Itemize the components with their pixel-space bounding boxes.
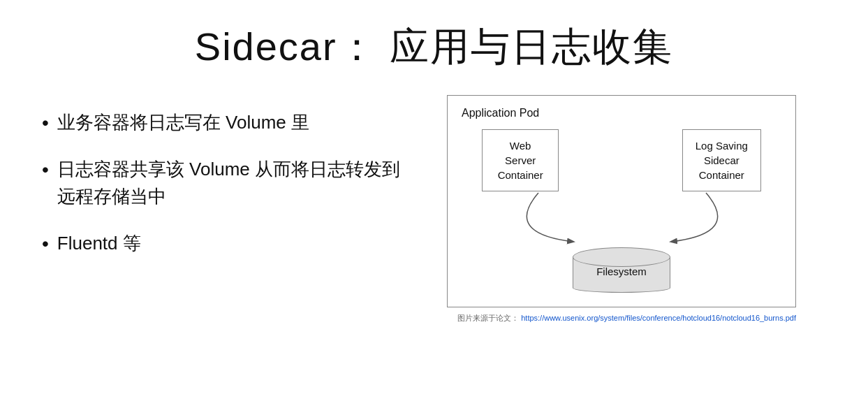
filesystem-area: Filesystem <box>462 247 781 293</box>
page-title: Sidecar： 应用与日志收集 <box>42 21 826 74</box>
arrows-diagram <box>462 191 783 247</box>
filesystem-label: Filesystem <box>596 265 647 277</box>
containers-row: WebServerContainer Log SavingSidecarCont… <box>462 129 781 191</box>
diagram-area: Application Pod WebServerContainer Log S… <box>433 95 796 323</box>
source-note: 图片来源于论文： https://www.usenix.org/system/f… <box>447 313 796 323</box>
list-item: • 日志容器共享该 Volume 从而将日志转发到远程存储当中 <box>42 156 405 210</box>
list-item: • Fluentd 等 <box>42 230 405 257</box>
list-item: • 业务容器将日志写在 Volume 里 <box>42 109 405 136</box>
content-area: • 业务容器将日志写在 Volume 里 • 日志容器共享该 Volume 从而… <box>42 95 826 401</box>
diagram-wrapper: Application Pod WebServerContainer Log S… <box>447 95 796 307</box>
web-server-container-box: WebServerContainer <box>482 129 559 191</box>
source-note-link[interactable]: https://www.usenix.org/system/files/conf… <box>521 314 796 322</box>
bullet-list: • 业务容器将日志写在 Volume 里 • 日志容器共享该 Volume 从而… <box>42 95 405 257</box>
log-saving-container-box: Log SavingSidecarContainer <box>682 129 761 191</box>
bullet-text-1: 业务容器将日志写在 Volume 里 <box>57 109 309 136</box>
bullet-text-2: 日志容器共享该 Volume 从而将日志转发到远程存储当中 <box>57 156 405 210</box>
bullet-dot-1: • <box>42 109 49 136</box>
bullet-dot-3: • <box>42 230 49 257</box>
bullet-dot-2: • <box>42 156 49 183</box>
bullet-text-3: Fluentd 等 <box>57 230 141 257</box>
pod-label: Application Pod <box>462 107 781 119</box>
source-note-prefix: 图片来源于论文： <box>457 314 519 322</box>
page-container: Sidecar： 应用与日志收集 • 业务容器将日志写在 Volume 里 • … <box>0 0 868 415</box>
